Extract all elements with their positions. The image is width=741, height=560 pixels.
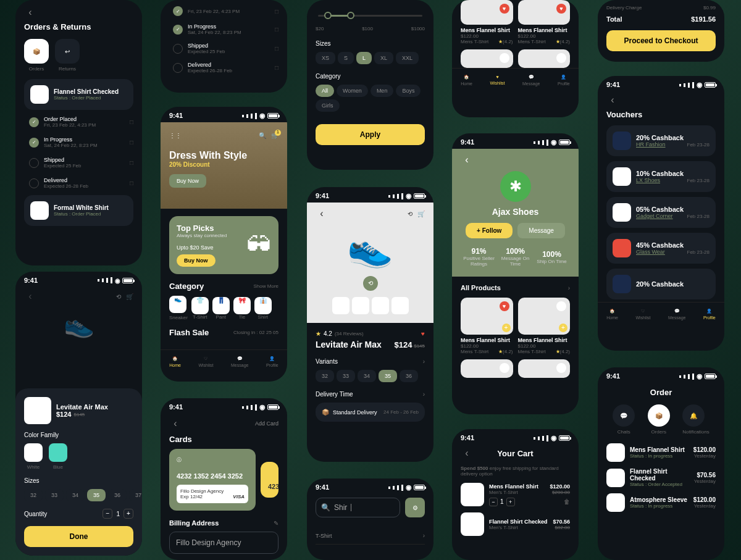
nav-message[interactable]: 💬Message (668, 309, 685, 320)
product-card[interactable]: ♡+ Mens Flannel Shirt $122.00 Mens T-Shi… (518, 298, 571, 354)
tab-notifications[interactable]: 🔔Notifications (682, 404, 710, 435)
category-item[interactable]: 👖Pant (212, 297, 230, 320)
size-option[interactable]: 33 (45, 489, 64, 501)
voucher-item[interactable]: 05% CashbackGadget CornerFeb 23-28 (606, 197, 716, 228)
rotate-icon[interactable]: ⟲ (363, 276, 378, 291)
size-option[interactable]: 36 (108, 489, 127, 501)
search-input[interactable]: 🔍Shir (316, 498, 400, 517)
add-card[interactable]: Add Card (255, 420, 278, 427)
nav-message[interactable]: 💬Message (522, 75, 540, 86)
order-row[interactable]: Atmosphere SleeveStatus : In progress$12… (606, 493, 716, 512)
chevron-icon[interactable]: › (423, 358, 425, 365)
show-more[interactable]: Show More (254, 283, 278, 289)
size-option[interactable]: 34 (66, 489, 85, 501)
heart-icon[interactable]: ♥ (421, 330, 425, 337)
cat-option[interactable]: Boys (396, 85, 421, 97)
top-picks-card[interactable]: Top Picks Always stay connected Upto $20… (169, 216, 278, 274)
voucher-item[interactable]: 20% CashbackHR FashionFeb 23-28 (606, 125, 716, 156)
nav-home[interactable]: 🏠Home (606, 309, 618, 320)
size-option[interactable]: 35 (87, 489, 106, 501)
apply-button[interactable]: Apply (316, 124, 425, 145)
share-icon[interactable]: ⟲ (116, 293, 121, 300)
tab-returns[interactable]: ↩ Returns (55, 39, 80, 72)
back-icon[interactable]: ‹ (169, 417, 182, 430)
color-option[interactable]: White (24, 443, 43, 470)
message-button[interactable]: Message (517, 223, 565, 238)
filter-icon[interactable]: ⚙ (405, 498, 425, 517)
nav-profile[interactable]: 👤Profile (703, 309, 716, 320)
category-item[interactable]: 👟Sneaker (169, 296, 188, 320)
back-icon[interactable]: ‹ (461, 447, 473, 459)
menu-icon[interactable]: ⋮⋮ (169, 132, 182, 139)
order-item[interactable]: Formal White Shirt Status : Order Placed (24, 195, 133, 226)
voucher-item[interactable]: 10% CashbackLX ShoesFeb 23-28 (606, 161, 716, 192)
qty-minus[interactable]: − (103, 509, 112, 519)
search-result[interactable]: T-Shirt› (316, 527, 425, 545)
done-button[interactable]: Done (24, 526, 133, 547)
cat-option[interactable]: Men (371, 85, 394, 97)
back-icon[interactable]: ‹ (24, 6, 36, 19)
back-icon[interactable]: ‹ (606, 94, 619, 106)
qty-plus[interactable]: + (124, 509, 133, 519)
cat-option[interactable]: Women (337, 85, 368, 97)
nav-wishlist[interactable]: ♡Wishlist (198, 356, 213, 367)
checkout-button[interactable]: Proceed to Checkout (606, 30, 716, 51)
qty-plus[interactable]: + (506, 498, 515, 506)
cart-icon[interactable]: 🛒 (126, 293, 133, 300)
variant[interactable]: 35 (379, 370, 397, 382)
address-field[interactable]: Fillo Design Agency (169, 532, 278, 554)
size-option[interactable]: XL (374, 52, 393, 64)
tab-chats[interactable]: 💬Chats (613, 404, 635, 435)
size-option[interactable]: L (356, 52, 372, 64)
product-card[interactable]: ♥+ Mens Flannel Shirt $122.00 Mens T-Shi… (461, 298, 513, 354)
cat-option[interactable]: All (316, 85, 334, 97)
product-card[interactable]: ♥ Mens Flannel Shirt $122.00 Mens T-Shir… (461, 0, 513, 44)
buy-button[interactable]: Buy Now (169, 174, 206, 188)
share-icon[interactable]: ⟲ (408, 211, 412, 217)
variant[interactable]: 36 (400, 370, 418, 382)
thumb[interactable] (372, 297, 389, 314)
back-icon[interactable]: ‹ (316, 207, 328, 220)
voucher-item[interactable]: 45% CashbackGlass WearFeb 23-28 (606, 233, 716, 264)
category-item[interactable]: 🎀Tie (233, 297, 251, 320)
nav-message[interactable]: 💬Message (231, 356, 248, 367)
product-card[interactable]: ♥ Mens Flannel Shirt $122.00 Mens T-Shir… (518, 0, 571, 44)
size-option[interactable]: 32 (24, 489, 43, 501)
slider-handle[interactable] (324, 12, 332, 19)
variant[interactable]: 33 (337, 370, 355, 382)
size-option[interactable]: S (338, 52, 354, 64)
size-option[interactable]: XXL (396, 52, 419, 64)
slider-handle[interactable] (347, 12, 354, 19)
cart-icon[interactable]: 🛒1 (271, 132, 278, 139)
delete-icon[interactable]: 🗑 (564, 498, 570, 505)
order-row[interactable]: Mens Flannel ShirtStatus : In progress$1… (606, 443, 716, 462)
order-row[interactable]: Flannel Shirt CheckedStatus : Order Acce… (606, 468, 716, 487)
back-icon[interactable]: ‹ (24, 290, 36, 303)
edit-icon[interactable]: ✎ (274, 520, 278, 527)
thumb[interactable] (332, 297, 350, 314)
nav-home[interactable]: 🏠Home (461, 75, 472, 86)
thumb[interactable] (352, 297, 369, 314)
size-option[interactable]: XS (316, 52, 335, 64)
back-icon[interactable]: ‹ (461, 154, 473, 166)
tab-orders[interactable]: 📦 Orders (24, 39, 49, 72)
voucher-item[interactable]: 20% Cashback (606, 269, 716, 299)
search-icon[interactable]: 🔍 (259, 132, 266, 139)
cart-icon[interactable]: 🛒 (417, 211, 425, 217)
payment-card[interactable]: 4232 (261, 462, 278, 498)
follow-button[interactable]: + Follow (466, 223, 513, 238)
category-item[interactable]: 👔Shirt (254, 297, 272, 320)
tab-orders[interactable]: 📦Orders (648, 404, 670, 435)
nav-home[interactable]: 🏠Home (169, 356, 181, 367)
qty-minus[interactable]: − (489, 498, 498, 506)
nav-profile[interactable]: 👤Profile (266, 356, 278, 367)
color-option[interactable]: Blue (49, 443, 67, 470)
size-option[interactable]: 37 (129, 489, 142, 501)
cat-option[interactable]: Girls (316, 99, 340, 112)
variant[interactable]: 34 (358, 370, 376, 382)
thumb[interactable] (391, 297, 409, 314)
payment-card[interactable]: ⦾ 4232 1352 2454 3252 Fillo Design Agenc… (169, 449, 256, 511)
nav-wishlist[interactable]: ♥Wishlist (490, 75, 504, 86)
nav-profile[interactable]: 👤Profile (558, 75, 570, 86)
chevron-icon[interactable]: › (568, 285, 570, 291)
